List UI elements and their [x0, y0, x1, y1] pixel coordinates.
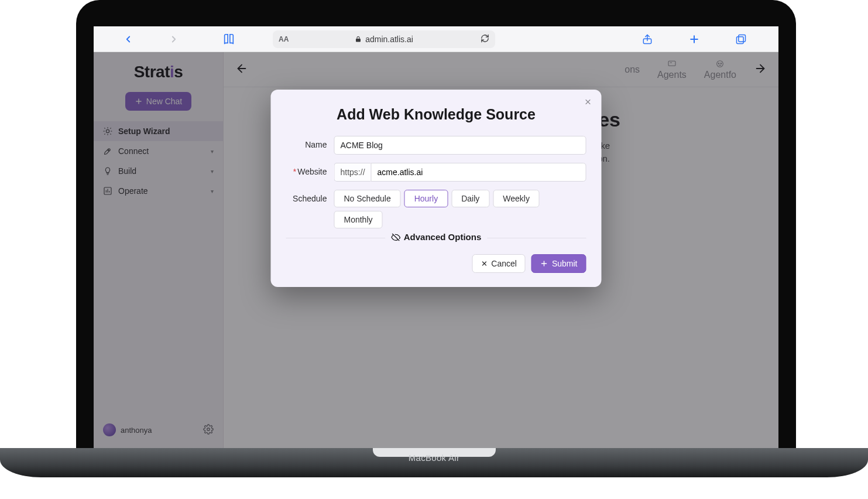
name-label: Name	[286, 136, 327, 149]
schedule-option-weekly[interactable]: Weekly	[493, 190, 540, 207]
address-bar[interactable]: AA admin.atlis.ai	[273, 30, 495, 48]
schedule-option-hourly[interactable]: Hourly	[404, 190, 448, 207]
text-size-button[interactable]: AA	[279, 35, 289, 43]
back-button[interactable]	[123, 34, 133, 45]
reading-list-icon[interactable]	[222, 33, 235, 46]
eye-off-icon	[391, 233, 400, 242]
svg-rect-3	[739, 35, 746, 42]
refresh-button[interactable]	[481, 34, 489, 45]
add-web-source-modal: Add Web Knowledge Source Name *Website h…	[271, 90, 602, 287]
advanced-options-toggle[interactable]: Advanced Options	[385, 232, 488, 242]
website-label: *Website	[286, 163, 327, 176]
submit-button[interactable]: Submit	[531, 254, 586, 273]
share-button[interactable]	[641, 33, 653, 45]
name-input[interactable]	[334, 136, 586, 155]
schedule-options: No ScheduleHourlyDailyWeeklyMonthly	[334, 190, 586, 228]
safari-toolbar: AA admin.atlis.ai	[94, 26, 778, 52]
cancel-button[interactable]: Cancel	[472, 254, 526, 273]
device-label: MacBook Air	[0, 453, 868, 463]
new-tab-button[interactable]	[688, 33, 700, 45]
close-icon	[481, 260, 488, 267]
url-text: admin.atlis.ai	[365, 35, 413, 44]
laptop-base: MacBook Air	[0, 448, 868, 477]
app-viewport: Stratis New Chat Setup Wizard Conn	[94, 52, 778, 448]
schedule-label: Schedule	[286, 190, 327, 203]
url-prefix: https://	[334, 163, 371, 182]
modal-title: Add Web Knowledge Source	[286, 106, 586, 123]
close-icon	[584, 98, 592, 106]
screen: AA admin.atlis.ai	[94, 26, 778, 448]
schedule-option-no-schedule[interactable]: No Schedule	[334, 190, 401, 207]
schedule-option-daily[interactable]: Daily	[451, 190, 489, 207]
website-input[interactable]	[371, 163, 586, 182]
tabs-overview-button[interactable]	[735, 33, 747, 45]
divider: Advanced Options	[286, 238, 586, 251]
svg-rect-4	[737, 36, 744, 43]
schedule-option-monthly[interactable]: Monthly	[334, 211, 383, 228]
modal-close-button[interactable]	[584, 98, 592, 108]
laptop-frame: AA admin.atlis.ai	[76, 0, 796, 469]
plus-icon	[540, 259, 548, 268]
lock-icon	[355, 36, 362, 43]
forward-button	[169, 34, 179, 45]
